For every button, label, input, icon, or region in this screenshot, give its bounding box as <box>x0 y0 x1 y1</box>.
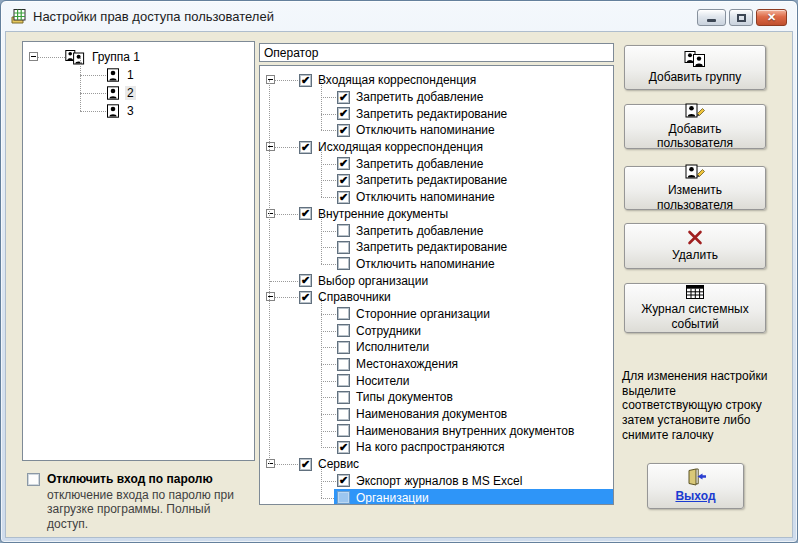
permission-checkbox[interactable] <box>337 491 350 504</box>
groups-tree-panel[interactable]: Группа 1123 <box>22 41 255 461</box>
user-tree-item[interactable]: 1 <box>23 66 254 84</box>
permission-row[interactable]: Сотрудники <box>260 322 613 339</box>
edit-user-button[interactable]: Изменить пользователя <box>624 166 766 210</box>
permission-row[interactable]: Наименования документов <box>260 406 613 423</box>
close-button[interactable]: ✕ <box>756 9 787 26</box>
permission-label: Носители <box>356 374 409 388</box>
permission-row[interactable]: Местонахождения <box>260 356 613 373</box>
tree-collapse-toggle[interactable] <box>266 142 275 151</box>
tree-collapse-toggle[interactable] <box>266 75 275 84</box>
permission-row[interactable]: ✔Выбор организации <box>260 272 613 289</box>
user-tree-item[interactable]: 2 <box>23 84 254 102</box>
permission-checkbox[interactable]: ✔ <box>299 274 312 287</box>
permission-row[interactable]: Сторонние организации <box>260 306 613 323</box>
permission-row[interactable]: ✔Запретить добавление <box>260 89 613 106</box>
permission-label: Организации <box>356 491 429 505</box>
permission-checkbox[interactable]: ✔ <box>337 441 350 454</box>
minimize-button[interactable] <box>697 9 726 26</box>
permission-row[interactable]: Наименования внутренних документов <box>260 422 613 439</box>
permission-checkbox[interactable]: ✔ <box>337 191 350 204</box>
permission-label: Типы документов <box>356 390 453 404</box>
user-tree-item[interactable]: 3 <box>23 102 254 120</box>
permission-label: Запретить редактирование <box>356 173 507 187</box>
permission-checkbox[interactable] <box>337 224 350 237</box>
group-icon <box>65 50 85 65</box>
disable-password-description: отключение входа по паролю при загрузке … <box>47 488 249 531</box>
system-journal-button[interactable]: Журнал системных событий <box>624 283 766 333</box>
operator-name-input[interactable] <box>259 43 614 62</box>
permission-checkbox[interactable]: ✔ <box>337 474 350 487</box>
permission-label: Сотрудники <box>356 324 421 338</box>
add-user-button[interactable]: Добавить пользователя <box>624 104 766 149</box>
permissions-tree[interactable]: ✔Входящая корреспонденция✔Запретить доба… <box>259 65 614 505</box>
permission-label: Внутренние документы <box>318 207 448 221</box>
permission-row[interactable]: ✔Отключить напоминание <box>260 122 613 139</box>
permission-checkbox[interactable]: ✔ <box>299 74 312 87</box>
tree-collapse-toggle[interactable] <box>266 209 275 218</box>
permission-checkbox[interactable] <box>337 341 350 354</box>
title-bar[interactable]: Настройки прав доступа пользователей ✕ <box>1 1 797 31</box>
permission-row[interactable]: Носители <box>260 372 613 389</box>
permission-row[interactable]: ✔Запретить добавление <box>260 155 613 172</box>
permission-checkbox[interactable] <box>337 408 350 421</box>
permission-row[interactable]: ✔Отключить напоминание <box>260 189 613 206</box>
user-icon <box>106 68 120 82</box>
permission-row[interactable]: Типы документов <box>260 389 613 406</box>
tree-guide-line <box>269 80 270 464</box>
tree-collapse-toggle[interactable] <box>266 292 275 301</box>
permission-checkbox[interactable] <box>337 257 350 270</box>
permission-row[interactable]: Отключить напоминание <box>260 256 613 273</box>
permission-checkbox[interactable] <box>337 324 350 337</box>
tree-collapse-toggle[interactable] <box>266 459 275 468</box>
permission-checkbox[interactable] <box>337 358 350 371</box>
permission-label: Отключить напоминание <box>356 123 495 137</box>
permission-checkbox[interactable]: ✔ <box>337 91 350 104</box>
permission-checkbox[interactable]: ✔ <box>299 141 312 154</box>
permission-checkbox[interactable] <box>337 241 350 254</box>
permission-row[interactable]: ✔Экспорт журналов в MS Excel <box>260 473 613 490</box>
permission-row[interactable]: ✔На кого распространяются <box>260 439 613 456</box>
permission-checkbox[interactable]: ✔ <box>337 157 350 170</box>
permission-row[interactable]: Исполнители <box>260 339 613 356</box>
exit-button[interactable]: Выход <box>647 463 744 509</box>
settings-hint-text: Для изменения настройки выделите соответ… <box>622 369 778 442</box>
password-option-block: Отключить вход по паролю отключение вход… <box>27 472 249 531</box>
permission-checkbox[interactable] <box>337 374 350 387</box>
permission-row[interactable]: ✔Исходящая корреспонденция <box>260 139 613 156</box>
close-icon: ✕ <box>767 12 776 23</box>
add-group-button[interactable]: Добавить группу <box>624 45 766 90</box>
group-tree-item[interactable]: Группа 1 <box>23 48 254 66</box>
permission-label: Наименования внутренних документов <box>356 424 574 438</box>
exit-label: Выход <box>671 489 719 503</box>
permission-label: Запретить редактирование <box>356 240 507 254</box>
permission-row[interactable]: Запретить добавление <box>260 222 613 239</box>
permission-checkbox[interactable]: ✔ <box>299 207 312 220</box>
permission-row[interactable]: ✔Запретить редактирование <box>260 172 613 189</box>
exit-door-icon <box>685 468 707 486</box>
permission-checkbox[interactable] <box>337 391 350 404</box>
permission-checkbox[interactable]: ✔ <box>299 458 312 471</box>
permission-row[interactable]: ✔Запретить редактирование <box>260 105 613 122</box>
permission-label: Отключить напоминание <box>356 257 495 271</box>
permission-checkbox[interactable] <box>337 307 350 320</box>
permission-label: На кого распространяются <box>356 440 505 454</box>
permission-row[interactable]: ✔Внутренние документы <box>260 206 613 223</box>
table-grid-icon <box>686 285 704 299</box>
permission-checkbox[interactable] <box>337 424 350 437</box>
permission-row[interactable]: Организации <box>260 489 613 505</box>
permission-row[interactable]: ✔Справочники <box>260 289 613 306</box>
permission-label: Справочники <box>318 290 391 304</box>
tree-collapse-toggle[interactable] <box>29 52 38 61</box>
maximize-button[interactable] <box>729 9 753 26</box>
permission-checkbox[interactable]: ✔ <box>337 107 350 120</box>
permission-row[interactable]: Запретить редактирование <box>260 239 613 256</box>
permission-checkbox[interactable]: ✔ <box>337 124 350 137</box>
permission-row[interactable]: ✔Входящая корреспонденция <box>260 72 613 89</box>
disable-password-checkbox[interactable] <box>27 473 40 486</box>
delete-button[interactable]: Удалить <box>624 223 766 269</box>
user-label: 3 <box>125 104 136 118</box>
permission-row[interactable]: ✔Сервис <box>260 456 613 473</box>
permission-checkbox[interactable]: ✔ <box>299 291 312 304</box>
permission-checkbox[interactable]: ✔ <box>337 174 350 187</box>
permission-label: Исполнители <box>356 340 429 354</box>
